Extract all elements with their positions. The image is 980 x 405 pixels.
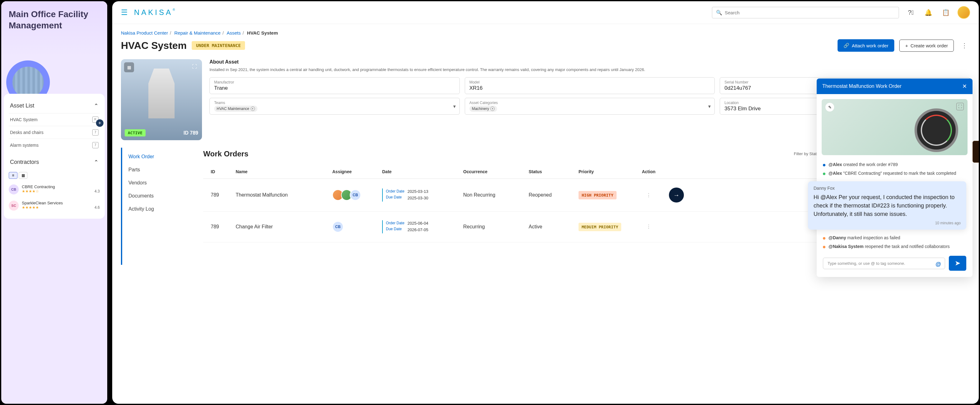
open-row-button[interactable]: → — [669, 187, 684, 202]
attach-work-order-button[interactable]: 🔗Attach work order — [838, 39, 895, 52]
tab-parts[interactable]: Parts — [129, 163, 196, 176]
comment: Danny Fox Hi @Alex Per your request, I c… — [817, 178, 972, 233]
asset-item-desks[interactable]: Desks and chairs7 — [9, 126, 100, 139]
failed-toast: ✕ Failed Inspection ID #223 has failed — [972, 141, 979, 163]
comment-input[interactable]: Type something, or use @ to tag someone.… — [823, 258, 945, 269]
activity-dot — [823, 237, 826, 240]
hvac-unit-image — [143, 68, 180, 118]
remove-chip-icon[interactable]: × — [251, 106, 255, 111]
remove-chip-icon[interactable]: × — [490, 106, 495, 111]
contractor-avatar: SC — [9, 201, 19, 211]
page-title: HVAC System — [121, 40, 187, 51]
tab-work-order[interactable]: Work Order — [129, 150, 196, 163]
send-button[interactable]: ➤ — [949, 256, 966, 271]
expand-icon[interactable]: ⛶ — [956, 103, 964, 110]
row-menu-icon[interactable]: ⋮ — [646, 192, 651, 198]
priority-badge: HIGH PRIORITY — [579, 191, 617, 199]
page-header: HVAC System UNDER MAINTENANCE 🔗Attach wo… — [112, 35, 979, 59]
chevron-down-icon: ▾ — [708, 103, 711, 109]
building-photo — [13, 67, 44, 98]
more-menu-button[interactable]: ⋮ — [959, 40, 970, 51]
priority-badge: MEDUIM PRIORITY — [579, 223, 621, 231]
activity-text: @Danny marked inspection as failed — [829, 235, 900, 240]
topbar: ☰ NAKISA® 🔍 ?⃝ 🔔 📋 — [112, 1, 979, 24]
manufacturer-field[interactable]: ManufactrorTrane — [210, 77, 460, 94]
user-avatar[interactable] — [958, 6, 970, 19]
tab-documents[interactable]: Documents — [129, 189, 196, 202]
crumb-current: HVAC System — [247, 30, 278, 35]
bell-icon[interactable]: 🔔 — [923, 7, 934, 18]
asset-item-hvac[interactable]: HVAC System⇱ — [9, 113, 100, 126]
create-work-order-button[interactable]: +Create work order — [899, 40, 954, 52]
edit-icon[interactable]: ✎ — [826, 103, 834, 111]
facility-mini-panel: Main Office Facility Management Asset Li… — [1, 1, 107, 404]
asset-image-card: ▦ ⛶ ACTIVE ID 789 — [121, 59, 202, 140]
about-description: Installed in Sep 2021, the system includ… — [210, 67, 970, 73]
side-tabs: Work Order Parts Vendors Documents Activ… — [121, 148, 196, 265]
avatar: CB — [332, 221, 344, 232]
comment-author: Danny Fox — [813, 186, 961, 191]
contractor-row[interactable]: CB CBRE Contracting ★★★★☆4.3 — [9, 181, 100, 197]
comment-composer: Type something, or use @ to tag someone.… — [817, 251, 972, 277]
wo-title: Work Orders — [203, 149, 789, 158]
activity-feed: @Alex created the work order #789 @Alex … — [817, 160, 972, 178]
assignee-stack: CB — [332, 189, 382, 201]
asset-list-header[interactable]: Asset List ⌃ — [9, 99, 100, 113]
comment-text: Hi @Alex Per your request, I conducted t… — [813, 193, 961, 218]
qr-icon[interactable]: ▦ — [124, 62, 134, 72]
clipboard-icon[interactable]: 📋 — [940, 7, 951, 18]
work-order-detail-panel: Thermostat Malfunction Work Order ✕ ✎ ⛶ … — [817, 78, 972, 277]
mention-icon[interactable]: @ — [935, 261, 941, 268]
activity-text: @Alex created the work order #789 — [829, 162, 898, 167]
teams-select[interactable]: TeamsHVAC Maintenance×▾ — [210, 98, 460, 114]
comment-time: 10 minutes ago — [813, 221, 961, 225]
contractors-header[interactable]: Contractors ⌃ — [9, 155, 100, 170]
activity-dot — [823, 246, 826, 248]
expand-icon[interactable]: ⛶ — [190, 62, 199, 71]
contractor-row[interactable]: SC SparkleClean Services ★★★★★4.6 — [9, 197, 100, 214]
activity-dot — [823, 164, 826, 166]
gauge-image — [915, 108, 958, 152]
activity-text: @Nakisa System reopened the task and not… — [829, 244, 950, 249]
link-icon: 🔗 — [843, 43, 850, 48]
mini-header: Main Office Facility Management — [1, 1, 107, 56]
panel-header: Thermostat Malfunction Work Order ✕ — [817, 78, 972, 94]
menu-icon[interactable]: ☰ — [121, 8, 128, 17]
search-icon: 🔍 — [716, 10, 722, 16]
help-icon[interactable]: ?⃝ — [905, 7, 916, 18]
plus-icon: + — [905, 43, 908, 48]
search-input[interactable]: 🔍 — [712, 7, 899, 18]
logo[interactable]: NAKISA® — [134, 8, 177, 17]
categories-select[interactable]: Asset CategoriesMachinery×▾ — [465, 98, 715, 114]
active-badge: ACTIVE — [125, 129, 146, 137]
activity-feed: @Danny marked inspection as failed @Naki… — [817, 233, 972, 251]
chevron-down-icon: ▾ — [453, 103, 456, 109]
assignee-stack: CB — [332, 221, 382, 232]
list-view-button[interactable]: ≡ — [9, 172, 18, 179]
grid-view-button[interactable]: ▦ — [19, 172, 27, 179]
chevron-up-icon: ⌃ — [94, 103, 99, 110]
avatar: CB — [350, 189, 361, 201]
view-toggle: ≡ ▦ — [9, 170, 100, 181]
crumb-link[interactable]: Nakisa Product Center — [121, 30, 168, 35]
about-heading: About Asset — [210, 59, 970, 65]
status-badge: UNDER MAINTENANCE — [192, 41, 245, 50]
mini-title: Main Office Facility Management — [9, 9, 100, 32]
asset-item-alarm[interactable]: Alarm systems7 — [9, 139, 100, 151]
model-field[interactable]: ModelXR16 — [465, 77, 715, 94]
chevron-up-icon: ⌃ — [94, 159, 99, 166]
crumb-link[interactable]: Assets — [227, 30, 241, 35]
add-asset-button[interactable]: + — [96, 119, 103, 127]
main-app: ☰ NAKISA® 🔍 ?⃝ 🔔 📋 Nakisa Product Center… — [112, 1, 979, 404]
breadcrumb: Nakisa Product Center/ Repair & Maintena… — [112, 24, 979, 35]
close-icon[interactable]: ✕ — [962, 83, 967, 90]
asset-id: ID 789 — [184, 130, 198, 136]
crumb-link[interactable]: Repair & Maintenance — [174, 30, 220, 35]
tab-vendors[interactable]: Vendors — [129, 176, 196, 189]
activity-dot — [823, 173, 826, 175]
row-menu-icon[interactable]: ⋮ — [646, 224, 651, 229]
tab-activity-log[interactable]: Activity Log — [129, 202, 196, 216]
contractor-avatar: CB — [9, 184, 19, 194]
panel-image: ✎ ⛶ — [822, 99, 967, 155]
activity-text: @Alex "CBRE Contracting" requested to ma… — [829, 171, 956, 176]
